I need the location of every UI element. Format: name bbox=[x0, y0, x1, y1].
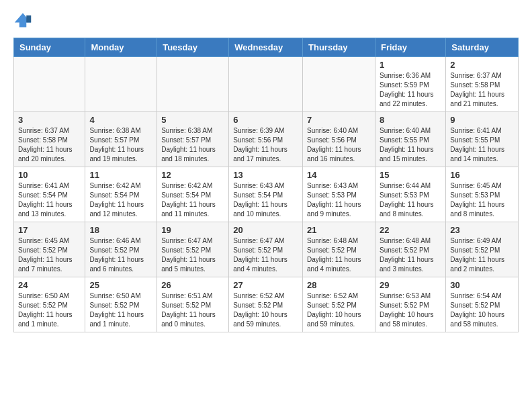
day-info: Sunrise: 6:37 AM Sunset: 5:58 PM Dayligh… bbox=[450, 71, 514, 109]
calendar-cell: 16Sunrise: 6:45 AM Sunset: 5:53 PM Dayli… bbox=[446, 167, 519, 222]
calendar-cell: 2Sunrise: 6:37 AM Sunset: 5:58 PM Daylig… bbox=[446, 57, 519, 112]
calendar-cell: 20Sunrise: 6:47 AM Sunset: 5:52 PM Dayli… bbox=[229, 222, 303, 277]
day-number: 26 bbox=[161, 280, 224, 290]
calendar-cell: 12Sunrise: 6:42 AM Sunset: 5:54 PM Dayli… bbox=[157, 167, 229, 222]
calendar-cell: 24Sunrise: 6:50 AM Sunset: 5:52 PM Dayli… bbox=[14, 277, 85, 332]
day-number: 13 bbox=[233, 170, 298, 180]
day-info: Sunrise: 6:50 AM Sunset: 5:52 PM Dayligh… bbox=[18, 291, 81, 329]
calendar-cell bbox=[303, 57, 375, 112]
day-info: Sunrise: 6:39 AM Sunset: 5:56 PM Dayligh… bbox=[233, 126, 298, 164]
day-info: Sunrise: 6:48 AM Sunset: 5:52 PM Dayligh… bbox=[380, 236, 441, 274]
day-number: 25 bbox=[89, 280, 152, 290]
day-number: 24 bbox=[18, 280, 81, 290]
page-header bbox=[13, 11, 519, 30]
day-number: 22 bbox=[380, 225, 441, 235]
day-info: Sunrise: 6:47 AM Sunset: 5:52 PM Dayligh… bbox=[161, 236, 224, 274]
calendar-cell: 7Sunrise: 6:40 AM Sunset: 5:56 PM Daylig… bbox=[303, 112, 375, 167]
day-info: Sunrise: 6:52 AM Sunset: 5:52 PM Dayligh… bbox=[307, 291, 371, 329]
day-info: Sunrise: 6:37 AM Sunset: 5:58 PM Dayligh… bbox=[18, 126, 81, 164]
day-number: 6 bbox=[233, 115, 298, 125]
calendar-cell: 22Sunrise: 6:48 AM Sunset: 5:52 PM Dayli… bbox=[375, 222, 445, 277]
calendar-cell: 3Sunrise: 6:37 AM Sunset: 5:58 PM Daylig… bbox=[14, 112, 85, 167]
day-info: Sunrise: 6:54 AM Sunset: 5:52 PM Dayligh… bbox=[450, 291, 514, 329]
day-info: Sunrise: 6:43 AM Sunset: 5:53 PM Dayligh… bbox=[307, 181, 371, 219]
day-info: Sunrise: 6:45 AM Sunset: 5:53 PM Dayligh… bbox=[450, 181, 514, 219]
calendar-cell: 9Sunrise: 6:41 AM Sunset: 5:55 PM Daylig… bbox=[446, 112, 519, 167]
day-info: Sunrise: 6:52 AM Sunset: 5:52 PM Dayligh… bbox=[233, 291, 298, 329]
day-number: 23 bbox=[450, 225, 514, 235]
day-info: Sunrise: 6:49 AM Sunset: 5:52 PM Dayligh… bbox=[450, 236, 514, 274]
calendar-cell: 15Sunrise: 6:44 AM Sunset: 5:53 PM Dayli… bbox=[375, 167, 445, 222]
weekday-header: Sunday bbox=[14, 38, 85, 57]
day-info: Sunrise: 6:38 AM Sunset: 5:57 PM Dayligh… bbox=[89, 126, 152, 164]
calendar-cell: 30Sunrise: 6:54 AM Sunset: 5:52 PM Dayli… bbox=[446, 277, 519, 332]
day-number: 14 bbox=[307, 170, 371, 180]
day-info: Sunrise: 6:36 AM Sunset: 5:59 PM Dayligh… bbox=[380, 71, 441, 109]
day-number: 27 bbox=[233, 280, 298, 290]
day-number: 10 bbox=[18, 170, 81, 180]
day-number: 2 bbox=[450, 60, 514, 70]
day-number: 7 bbox=[307, 115, 371, 125]
calendar-week-row: 10Sunrise: 6:41 AM Sunset: 5:54 PM Dayli… bbox=[14, 167, 519, 222]
weekday-header: Thursday bbox=[303, 38, 375, 57]
day-number: 3 bbox=[18, 115, 81, 125]
calendar-week-row: 3Sunrise: 6:37 AM Sunset: 5:58 PM Daylig… bbox=[14, 112, 519, 167]
logo bbox=[13, 11, 35, 30]
day-info: Sunrise: 6:42 AM Sunset: 5:54 PM Dayligh… bbox=[161, 181, 224, 219]
day-number: 17 bbox=[18, 225, 81, 235]
day-number: 29 bbox=[380, 280, 441, 290]
day-number: 11 bbox=[89, 170, 152, 180]
day-number: 28 bbox=[307, 280, 371, 290]
day-number: 15 bbox=[380, 170, 441, 180]
calendar-cell: 26Sunrise: 6:51 AM Sunset: 5:52 PM Dayli… bbox=[157, 277, 229, 332]
day-info: Sunrise: 6:40 AM Sunset: 5:56 PM Dayligh… bbox=[307, 126, 371, 164]
calendar-cell: 8Sunrise: 6:40 AM Sunset: 5:55 PM Daylig… bbox=[375, 112, 445, 167]
calendar-cell: 21Sunrise: 6:48 AM Sunset: 5:52 PM Dayli… bbox=[303, 222, 375, 277]
weekday-header: Monday bbox=[85, 38, 157, 57]
day-info: Sunrise: 6:41 AM Sunset: 5:55 PM Dayligh… bbox=[450, 126, 514, 164]
calendar-week-row: 17Sunrise: 6:45 AM Sunset: 5:52 PM Dayli… bbox=[14, 222, 519, 277]
day-info: Sunrise: 6:38 AM Sunset: 5:57 PM Dayligh… bbox=[161, 126, 224, 164]
calendar-cell: 29Sunrise: 6:53 AM Sunset: 5:52 PM Dayli… bbox=[375, 277, 445, 332]
day-number: 12 bbox=[161, 170, 224, 180]
calendar-cell bbox=[14, 57, 85, 112]
calendar-cell bbox=[157, 57, 229, 112]
calendar-cell: 28Sunrise: 6:52 AM Sunset: 5:52 PM Dayli… bbox=[303, 277, 375, 332]
calendar-cell bbox=[85, 57, 157, 112]
calendar-week-row: 1Sunrise: 6:36 AM Sunset: 5:59 PM Daylig… bbox=[14, 57, 519, 112]
calendar-cell: 11Sunrise: 6:42 AM Sunset: 5:54 PM Dayli… bbox=[85, 167, 157, 222]
calendar-cell: 27Sunrise: 6:52 AM Sunset: 5:52 PM Dayli… bbox=[229, 277, 303, 332]
day-number: 20 bbox=[233, 225, 298, 235]
day-info: Sunrise: 6:44 AM Sunset: 5:53 PM Dayligh… bbox=[380, 181, 441, 219]
calendar-header-row: SundayMondayTuesdayWednesdayThursdayFrid… bbox=[14, 38, 519, 57]
calendar-cell: 10Sunrise: 6:41 AM Sunset: 5:54 PM Dayli… bbox=[14, 167, 85, 222]
day-number: 16 bbox=[450, 170, 514, 180]
day-info: Sunrise: 6:45 AM Sunset: 5:52 PM Dayligh… bbox=[18, 236, 81, 274]
weekday-header: Tuesday bbox=[157, 38, 229, 57]
calendar-cell: 5Sunrise: 6:38 AM Sunset: 5:57 PM Daylig… bbox=[157, 112, 229, 167]
day-info: Sunrise: 6:40 AM Sunset: 5:55 PM Dayligh… bbox=[380, 126, 441, 164]
weekday-header: Wednesday bbox=[229, 38, 303, 57]
day-info: Sunrise: 6:48 AM Sunset: 5:52 PM Dayligh… bbox=[307, 236, 371, 274]
page-container: SundayMondayTuesdayWednesdayThursdayFrid… bbox=[0, 0, 532, 343]
weekday-header: Friday bbox=[375, 38, 445, 57]
day-info: Sunrise: 6:47 AM Sunset: 5:52 PM Dayligh… bbox=[233, 236, 298, 274]
calendar-cell: 25Sunrise: 6:50 AM Sunset: 5:52 PM Dayli… bbox=[85, 277, 157, 332]
calendar-cell: 6Sunrise: 6:39 AM Sunset: 5:56 PM Daylig… bbox=[229, 112, 303, 167]
calendar-cell: 18Sunrise: 6:46 AM Sunset: 5:52 PM Dayli… bbox=[85, 222, 157, 277]
weekday-header: Saturday bbox=[446, 38, 519, 57]
day-number: 4 bbox=[89, 115, 152, 125]
calendar-cell: 23Sunrise: 6:49 AM Sunset: 5:52 PM Dayli… bbox=[446, 222, 519, 277]
day-number: 19 bbox=[161, 225, 224, 235]
calendar-cell: 4Sunrise: 6:38 AM Sunset: 5:57 PM Daylig… bbox=[85, 112, 157, 167]
calendar-table: SundayMondayTuesdayWednesdayThursdayFrid… bbox=[13, 38, 519, 332]
day-number: 30 bbox=[450, 280, 514, 290]
day-info: Sunrise: 6:41 AM Sunset: 5:54 PM Dayligh… bbox=[18, 181, 81, 219]
calendar-cell: 17Sunrise: 6:45 AM Sunset: 5:52 PM Dayli… bbox=[14, 222, 85, 277]
day-number: 8 bbox=[380, 115, 441, 125]
calendar-cell: 14Sunrise: 6:43 AM Sunset: 5:53 PM Dayli… bbox=[303, 167, 375, 222]
day-number: 5 bbox=[161, 115, 224, 125]
calendar-cell bbox=[229, 57, 303, 112]
day-info: Sunrise: 6:42 AM Sunset: 5:54 PM Dayligh… bbox=[89, 181, 152, 219]
day-info: Sunrise: 6:50 AM Sunset: 5:52 PM Dayligh… bbox=[89, 291, 152, 329]
